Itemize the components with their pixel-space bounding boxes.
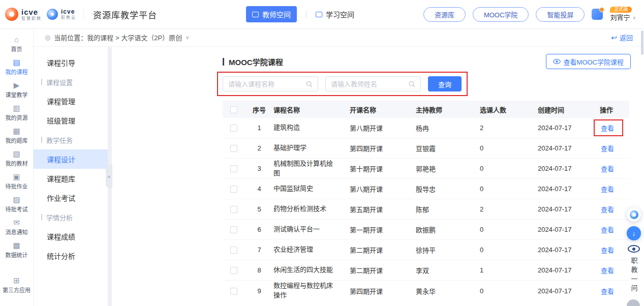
- sidebar-item-data-statistics[interactable]: ▩ 数据统计: [0, 238, 33, 261]
- mooc-academy-button[interactable]: MOOC学院: [473, 7, 529, 22]
- zhijiao-eye-icon[interactable]: [628, 245, 640, 253]
- host-teacher: 郭艳艳: [416, 164, 480, 173]
- brand-divider: [83, 8, 84, 20]
- question-bank-icon: ▦: [13, 127, 20, 135]
- sidebar-item-homework-exam[interactable]: 作业考试: [34, 188, 108, 207]
- classroom-teaching-icon: ▶: [14, 81, 20, 89]
- view-link[interactable]: 查看: [600, 244, 615, 256]
- view-link[interactable]: 查看: [600, 183, 615, 195]
- page-root: icve 智慧职教 icve 职教云 资源库教学平台 教师空间: [0, 0, 644, 306]
- main-panel: MOOC学院课程 查看MOOC学院课程: [112, 47, 644, 306]
- created-time: 2024-07-17: [538, 124, 600, 132]
- course-sidebar: 课程引导 课程设置 课程管理 班级管理 教学任务 课程设计 课程题库 作业考试 …: [34, 47, 108, 306]
- table-row: 2 基础护理学 第四期开课 豆银霞 0 2024-07-17 查看: [223, 138, 629, 159]
- teacher-name-field-wrap: [325, 76, 421, 91]
- view-link[interactable]: 查看: [600, 163, 615, 174]
- back-button[interactable]: ↩ 返回: [611, 33, 633, 42]
- column-header-7: 操作: [600, 105, 629, 114]
- query-button[interactable]: 查询: [428, 76, 462, 91]
- term-name: 第十期开课: [350, 164, 416, 173]
- row-index: 7: [245, 246, 273, 254]
- smart-cast-button[interactable]: 智能投屏: [536, 7, 585, 22]
- sidebar-item-my-question-bank[interactable]: ▦ 我的题库: [0, 124, 33, 147]
- row-checkbox[interactable]: [230, 125, 237, 132]
- sidebar-item-course-question-bank[interactable]: 课程题库: [34, 169, 108, 188]
- view-link[interactable]: 查看: [600, 122, 615, 134]
- course-switcher-caret-icon[interactable]: ∨: [186, 35, 189, 40]
- row-checkbox[interactable]: [230, 145, 237, 152]
- sidebar-item-course-design[interactable]: 课程设计: [34, 149, 108, 169]
- primary-sidebar: ⌂ 首页 ▤ 我的课程 ▶ 课堂教学 ▥ 我的资源 ▦ 我的题库 ▧ 我的教材 …: [0, 28, 34, 306]
- sidebar-item-classroom-teaching[interactable]: ▶ 课堂教学: [0, 78, 33, 101]
- row-checkbox[interactable]: [230, 288, 237, 295]
- sidebar-item-my-textbooks[interactable]: ▧ 我的教材: [0, 147, 33, 170]
- teacher-space-tab[interactable]: 教师空间: [246, 6, 297, 22]
- row-checkbox[interactable]: [230, 206, 237, 213]
- host-teacher: 徐持平: [416, 245, 480, 255]
- table-row: 5 药物分析检测技术 第五期开课 陈郁 2 2024-07-17 查看: [223, 199, 629, 220]
- sidebar-item-my-courses[interactable]: ▤ 我的课程: [0, 55, 33, 78]
- floating-widgets: ↓ 职教一问: [625, 207, 642, 294]
- view-mooc-courses-button[interactable]: 查看MOOC学院课程: [546, 54, 631, 69]
- student-space-label: 学习空间: [326, 9, 354, 19]
- table-row: 7 农业经济管理 第二期开课 徐持平 0 2024-07-17 查看: [223, 240, 629, 260]
- sidebar-item-messages[interactable]: ✉ 消息通知: [0, 216, 33, 238]
- sidebar-item-course-guide[interactable]: 课程引导: [34, 53, 108, 72]
- header-right: 资源库 MOOC学院 智能投屏 正式版 刘宵宁 ∨: [423, 7, 636, 21]
- view-link[interactable]: 查看: [600, 285, 615, 297]
- view-link[interactable]: 查看: [600, 203, 615, 215]
- course-name-input[interactable]: [228, 80, 303, 88]
- row-checkbox[interactable]: [230, 226, 237, 233]
- row-checkbox[interactable]: [230, 165, 237, 172]
- sidebar-item-pending-exams[interactable]: ▨ 待批考试: [0, 193, 33, 216]
- course-name: 基础护理学: [273, 143, 350, 153]
- section-title: MOOC学院课程: [229, 56, 283, 67]
- user-menu[interactable]: 正式版 刘宵宁 ∨: [610, 7, 636, 21]
- sidebar-item-statistical-analysis[interactable]: 统计分析: [34, 246, 108, 265]
- select-all-checkbox[interactable]: [230, 106, 237, 113]
- term-name: 第四期开课: [350, 143, 416, 153]
- sidebar-item-course-grades[interactable]: 课程成绩: [34, 227, 108, 246]
- sidebar-item-third-party-apps[interactable]: ⊞ 第三方应用: [0, 273, 33, 296]
- resource-library-button[interactable]: 资源库: [423, 7, 466, 22]
- scrollbar-thumb[interactable]: [641, 30, 643, 55]
- teacher-name-input[interactable]: [331, 80, 406, 88]
- download-icon: ↓: [632, 229, 636, 237]
- created-time: 2024-07-17: [538, 287, 600, 295]
- course-name: 测试确认平台一: [273, 225, 350, 234]
- created-time: 2024-07-17: [538, 226, 600, 233]
- course-sidebar-list: 课程引导 课程设置 课程管理 班级管理 教学任务 课程设计 课程题库 作业考试 …: [34, 53, 108, 265]
- row-checkbox[interactable]: [230, 186, 237, 193]
- sidebar-item-home[interactable]: ⌂ 首页: [0, 33, 33, 55]
- course-name-field-wrap: [223, 76, 318, 91]
- sidebar-item-course-management[interactable]: 课程管理: [34, 91, 108, 111]
- nav-separator: [306, 11, 306, 18]
- term-name: 第八期开课: [350, 184, 416, 194]
- enrolled-count: 1: [480, 266, 538, 274]
- user-name: 刘宵宁: [610, 14, 630, 21]
- course-name: 数控编程与数控机床操作: [273, 281, 350, 300]
- zhijiao-assistant-label[interactable]: 职教一问: [629, 257, 639, 294]
- enrolled-count: 2: [480, 124, 538, 132]
- course-name: 休闲生活的四大技能: [273, 265, 350, 275]
- sidebar-item-class-management[interactable]: 班级管理: [34, 111, 108, 130]
- app-notification-icon[interactable]: [592, 9, 603, 20]
- sidebar-section-teaching-tasks: 教学任务: [34, 130, 108, 149]
- service-widget-button[interactable]: [627, 207, 641, 222]
- sidebar-item-my-resources[interactable]: ▥ 我的资源: [0, 101, 33, 124]
- column-header-6: 创建时间: [538, 105, 600, 114]
- view-link[interactable]: 查看: [600, 142, 615, 154]
- row-checkbox[interactable]: [230, 247, 237, 254]
- my-courses-icon: ▤: [13, 58, 20, 66]
- back-arrow-icon: ↩: [611, 34, 617, 41]
- row-checkbox[interactable]: [230, 267, 237, 274]
- sidebar-item-pending-homework[interactable]: ▣ 待批作业: [0, 170, 33, 193]
- view-link[interactable]: 查看: [600, 264, 615, 276]
- download-widget-button[interactable]: ↓: [627, 226, 641, 240]
- chevron-down-icon: ∨: [632, 16, 636, 21]
- sidebar-collapse-handle[interactable]: «: [106, 165, 112, 188]
- student-space-tab[interactable]: 学习空间: [316, 9, 354, 19]
- course-name: 药物分析检测技术: [273, 204, 350, 214]
- view-link[interactable]: 查看: [600, 224, 615, 235]
- teacher-space-icon: [252, 12, 259, 17]
